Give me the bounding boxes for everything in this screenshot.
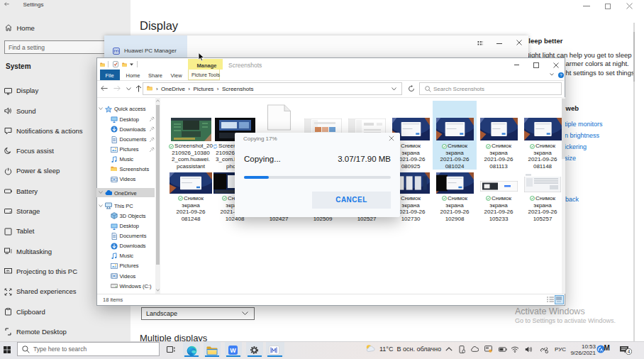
svg-text:W: W	[230, 347, 236, 354]
svg-text:4: 4	[628, 349, 631, 354]
